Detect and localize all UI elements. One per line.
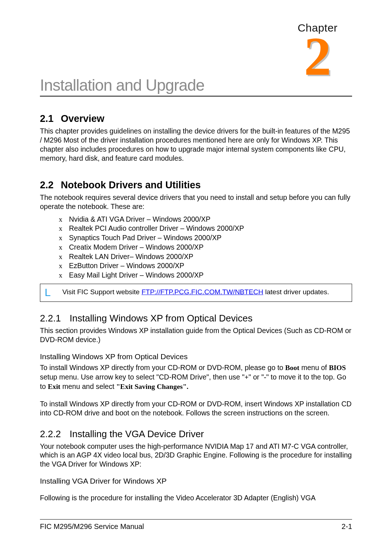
subsection-number: 2.2.1 [40,313,61,324]
section-number: 2.2 [40,180,54,190]
text-run: setup menu. Use arrow key to select "CD-… [40,373,245,381]
driver-name: Easy Mail Light Driver – Windows 2000/XP [69,271,204,279]
driver-name: EzButton Driver – Windows 2000/XP [69,262,184,270]
section-2-2-2-heading: 2.2.2Installing the VGA Device Driver [40,428,352,440]
footer-left: FIC M295/M296 Service Manual [40,522,144,531]
note-text: Visit FIC Support website FTP://FTP.PCG.… [62,288,329,297]
list-item: Nvidia & ATI VGA Driver – Windows 2000/X… [59,215,352,224]
section-title: Notebook Drivers and Utilities [61,180,201,190]
subsection-title: Installing the VGA Device Driver [70,428,204,439]
section-2-2-2-p2: Following is the procedure for installin… [40,493,352,502]
text-bold: BIOS [329,364,346,372]
footer-right: 2-1 [342,522,352,531]
text-run: menu and select [60,382,116,390]
install-xp-optical-subheading: Installing Windows XP from Optical Devic… [40,352,352,361]
driver-name: Creatix Modem Driver – Windows 2000/XP [69,243,204,251]
list-item: Synaptics Touch Pad Driver – Windows 200… [59,233,352,243]
section-2-2-2-p1: Your notebook computer uses the high-per… [40,442,352,469]
text-bold: Exit [48,383,61,390]
section-2-2-1-p1: This section provides Windows XP install… [40,326,352,344]
note-text-post: latest driver updates. [263,288,329,296]
note-icon: L [45,287,51,298]
text-run: " or " [249,373,264,381]
list-item: Creatix Modem Driver – Windows 2000/XP [59,243,352,252]
driver-name: Realtek PCI Audio controller Driver – Wi… [69,224,244,232]
driver-list: Nvidia & ATI VGA Driver – Windows 2000/X… [59,215,352,280]
text-bold: Boot [285,364,299,372]
text-bold: + [245,373,249,381]
driver-name: Synaptics Touch Pad Driver – Windows 200… [69,234,221,242]
support-link[interactable]: FTP://FTP.PCG.FIC.COM.TW/NBTECH [142,288,263,296]
install-vga-driver-subheading: Installing VGA Driver for Windows XP [40,477,352,485]
text-bold: "Exit Saving Changes". [116,383,188,390]
section-2-2-heading: 2.2Notebook Drivers and Utilities [40,180,352,191]
section-2-2-intro: The notebook requires several device dri… [40,193,352,211]
list-item: Realtek LAN Driver– Windows 2000/XP [59,252,352,262]
list-item: Easy Mail Light Driver – Windows 2000/XP [59,271,352,280]
subsection-number: 2.2.2 [40,428,61,439]
chapter-indicator: Chapter 2 [283,22,352,83]
section-title: Overview [61,113,105,124]
section-2-2-1-p2: To install Windows XP directly from your… [40,363,352,391]
list-item: Realtek PCI Audio controller Driver – Wi… [59,224,352,233]
chapter-number: 2 [283,29,352,83]
text-run: menu of [299,364,329,372]
section-number: 2.1 [40,113,54,124]
driver-name: Realtek LAN Driver– Windows 2000/XP [69,253,193,260]
subsection-title: Installing Windows XP from Optical Devic… [70,313,253,324]
note-text-pre: Visit FIC Support website [62,288,142,296]
driver-name: Nvidia & ATI VGA Driver – Windows 2000/X… [69,215,211,223]
section-2-2-1-heading: 2.2.1Installing Windows XP from Optical … [40,313,352,324]
section-2-2-1-p3: To install Windows XP directly from your… [40,399,352,418]
note-box: L Visit FIC Support website FTP://FTP.PC… [40,284,352,302]
list-item: EzButton Driver – Windows 2000/XP [59,261,352,271]
section-2-1-body: This chapter provides guidelines on inst… [40,127,352,163]
page-footer: FIC M295/M296 Service Manual 2-1 [40,519,352,531]
section-2-1-heading: 2.1Overview [40,113,352,124]
text-run: To install Windows XP directly from your… [40,364,285,372]
